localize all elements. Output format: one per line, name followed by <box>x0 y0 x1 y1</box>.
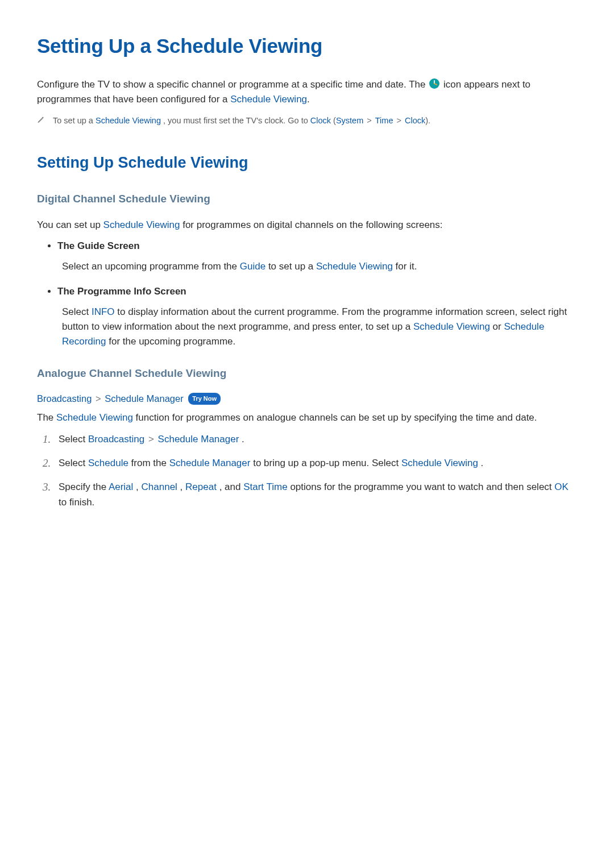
analogue-intro: The Schedule Viewing function for progra… <box>37 410 577 425</box>
step: Select Schedule from the Schedule Manage… <box>43 456 577 471</box>
digital-screens-list: The Guide Screen Select an upcoming prog… <box>37 239 577 349</box>
item-body: Select INFO to display information about… <box>62 305 577 350</box>
analogue-subsection-heading: Analogue Channel Schedule Viewing <box>37 366 577 382</box>
try-now-button[interactable]: Try Now <box>188 393 221 405</box>
list-item: The Guide Screen Select an upcoming prog… <box>57 239 577 274</box>
item-heading: The Programme Info Screen <box>57 286 186 297</box>
section-heading: Setting Up Schedule Viewing <box>37 151 577 175</box>
analogue-steps: Select Broadcasting > Schedule Manager .… <box>37 432 577 510</box>
clock-setup-note: To set up a Schedule Viewing , you must … <box>37 115 577 127</box>
term-schedule-viewing: Schedule Viewing <box>230 94 307 105</box>
list-item: The Programme Info Screen Select INFO to… <box>57 284 577 350</box>
item-body: Select an upcoming programme from the Gu… <box>62 259 577 274</box>
menu-path: Broadcasting > Schedule Manager Try Now <box>37 392 577 406</box>
intro-text-1: Configure the TV to show a specific chan… <box>37 79 428 90</box>
path-broadcasting: Broadcasting <box>37 393 92 404</box>
intro-paragraph: Configure the TV to show a specific chan… <box>37 77 577 107</box>
pencil-icon <box>37 115 46 127</box>
item-heading: The Guide Screen <box>57 240 140 251</box>
step: Select Broadcasting > Schedule Manager . <box>43 432 577 447</box>
page-title: Setting Up a Schedule Viewing <box>37 31 577 61</box>
step: Specify the Aerial , Channel , Repeat , … <box>43 480 577 510</box>
digital-subsection-heading: Digital Channel Schedule Viewing <box>37 191 577 207</box>
note-body: To set up a Schedule Viewing , you must … <box>53 115 577 127</box>
path-schedule-manager: Schedule Manager <box>105 393 184 404</box>
digital-intro: You can set up Schedule Viewing for prog… <box>37 218 577 232</box>
clock-icon <box>429 78 440 89</box>
